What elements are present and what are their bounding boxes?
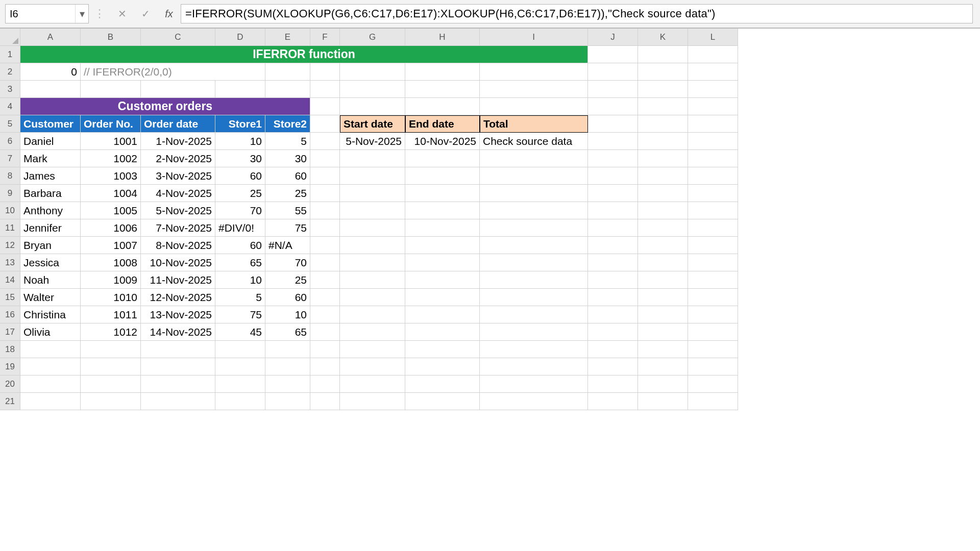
cell-G14[interactable] [340, 271, 405, 289]
col-header-C[interactable]: C [141, 29, 215, 46]
cell-D13[interactable]: 65 [215, 254, 265, 271]
cell-D12[interactable]: 60 [215, 237, 265, 254]
cell-C14[interactable]: 11-Nov-2025 [141, 271, 215, 289]
cell-C11[interactable]: 7-Nov-2025 [141, 219, 215, 237]
cell-J2[interactable] [588, 63, 638, 81]
cell-C13[interactable]: 10-Nov-2025 [141, 254, 215, 271]
cell-K16[interactable] [638, 306, 688, 323]
row-header-18[interactable]: 18 [0, 341, 20, 358]
cell-B2-comment[interactable]: // IFERROR(2/0,0) [81, 63, 265, 81]
cell-E20[interactable] [265, 375, 310, 393]
cell-K17[interactable] [638, 323, 688, 341]
cell-K14[interactable] [638, 271, 688, 289]
hdr-total[interactable]: Total [480, 115, 588, 133]
cell-K8[interactable] [638, 167, 688, 185]
cell-E18[interactable] [265, 341, 310, 358]
row-header-9[interactable]: 9 [0, 185, 20, 202]
cell-D21[interactable] [215, 393, 265, 410]
cell-C9[interactable]: 4-Nov-2025 [141, 185, 215, 202]
cell-I8[interactable] [480, 167, 588, 185]
cell-B17[interactable]: 1012 [81, 323, 141, 341]
formula-input[interactable]: =IFERROR(SUM(XLOOKUP(G6,C6:C17,D6:E17):X… [181, 4, 973, 23]
cell-I15[interactable] [480, 289, 588, 306]
confirm-icon[interactable]: ✓ [134, 8, 157, 20]
cell-I2[interactable] [480, 63, 588, 81]
cell-I21[interactable] [480, 393, 588, 410]
cell-K1[interactable] [638, 46, 688, 63]
title-customer-orders[interactable]: Customer orders [20, 98, 310, 115]
row-header-17[interactable]: 17 [0, 323, 20, 341]
cell-E8[interactable]: 60 [265, 167, 310, 185]
cell-C16[interactable]: 13-Nov-2025 [141, 306, 215, 323]
cell-K19[interactable] [638, 358, 688, 375]
cell-F9[interactable] [310, 185, 340, 202]
cell-B11[interactable]: 1006 [81, 219, 141, 237]
cell-H10[interactable] [405, 202, 480, 219]
cell-H18[interactable] [405, 341, 480, 358]
cell-K21[interactable] [638, 393, 688, 410]
cell-I18[interactable] [480, 341, 588, 358]
cell-D9[interactable]: 25 [215, 185, 265, 202]
fx-icon[interactable]: fx [157, 8, 181, 20]
cell-F14[interactable] [310, 271, 340, 289]
cell-G11[interactable] [340, 219, 405, 237]
cell-C8[interactable]: 3-Nov-2025 [141, 167, 215, 185]
cell-G18[interactable] [340, 341, 405, 358]
col-header-A[interactable]: A [20, 29, 81, 46]
cell-F20[interactable] [310, 375, 340, 393]
cell-L9[interactable] [688, 185, 738, 202]
cell-J11[interactable] [588, 219, 638, 237]
cell-C6[interactable]: 1-Nov-2025 [141, 133, 215, 150]
cell-A10[interactable]: Anthony [20, 202, 81, 219]
cell-K11[interactable] [638, 219, 688, 237]
cell-F12[interactable] [310, 237, 340, 254]
hdr-customer[interactable]: Customer [20, 115, 81, 133]
cancel-icon[interactable]: ✕ [110, 8, 134, 20]
cell-B8[interactable]: 1003 [81, 167, 141, 185]
cell-B6[interactable]: 1001 [81, 133, 141, 150]
cell-C12[interactable]: 8-Nov-2025 [141, 237, 215, 254]
cell-D16[interactable]: 75 [215, 306, 265, 323]
cell-H14[interactable] [405, 271, 480, 289]
col-header-L[interactable]: L [688, 29, 738, 46]
cell-K4[interactable] [638, 98, 688, 115]
cell-A11[interactable]: Jennifer [20, 219, 81, 237]
cell-J4[interactable] [588, 98, 638, 115]
row-header-10[interactable]: 10 [0, 202, 20, 219]
cell-A7[interactable]: Mark [20, 150, 81, 167]
cell-A17[interactable]: Olivia [20, 323, 81, 341]
row-header-2[interactable]: 2 [0, 63, 20, 81]
cell-A2[interactable]: 0 [20, 63, 81, 81]
cell-D3[interactable] [215, 81, 265, 98]
cell-K15[interactable] [638, 289, 688, 306]
cell-D7[interactable]: 30 [215, 150, 265, 167]
cell-L18[interactable] [688, 341, 738, 358]
cell-A9[interactable]: Barbara [20, 185, 81, 202]
row-header-20[interactable]: 20 [0, 375, 20, 393]
cell-E15[interactable]: 60 [265, 289, 310, 306]
cell-D20[interactable] [215, 375, 265, 393]
cell-I20[interactable] [480, 375, 588, 393]
cell-K10[interactable] [638, 202, 688, 219]
cell-I11[interactable] [480, 219, 588, 237]
cell-H11[interactable] [405, 219, 480, 237]
cell-G12[interactable] [340, 237, 405, 254]
cell-A13[interactable]: Jessica [20, 254, 81, 271]
cell-L11[interactable] [688, 219, 738, 237]
hdr-end-date[interactable]: End date [405, 115, 480, 133]
cell-L19[interactable] [688, 358, 738, 375]
row-header-1[interactable]: 1 [0, 46, 20, 63]
hdr-start-date[interactable]: Start date [340, 115, 405, 133]
cell-G3[interactable] [340, 81, 405, 98]
cell-H2[interactable] [405, 63, 480, 81]
hdr-store1[interactable]: Store1 [215, 115, 265, 133]
cell-J10[interactable] [588, 202, 638, 219]
cell-K9[interactable] [638, 185, 688, 202]
cell-A12[interactable]: Bryan [20, 237, 81, 254]
hdr-store2[interactable]: Store2 [265, 115, 310, 133]
cell-I9[interactable] [480, 185, 588, 202]
cell-C3[interactable] [141, 81, 215, 98]
cell-A6[interactable]: Daniel [20, 133, 81, 150]
col-header-H[interactable]: H [405, 29, 480, 46]
row-header-16[interactable]: 16 [0, 306, 20, 323]
